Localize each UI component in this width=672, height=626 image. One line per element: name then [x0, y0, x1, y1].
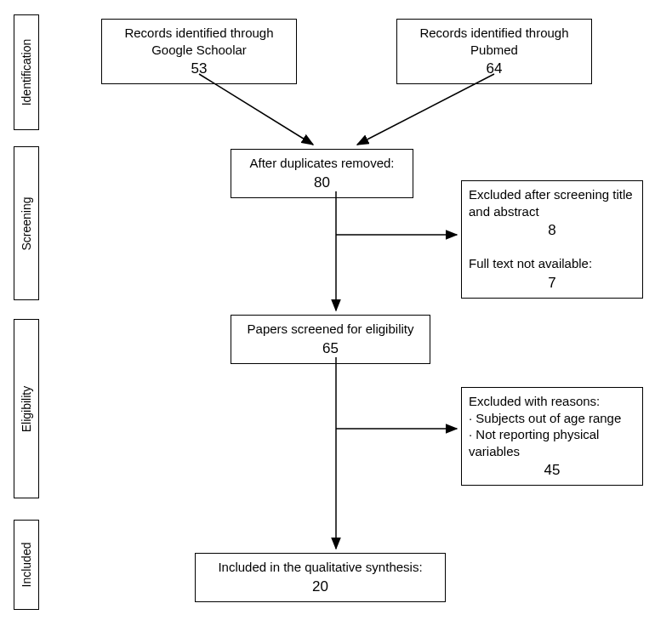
elig-exclude-reason1: · Subjects out of age range: [469, 410, 635, 427]
screen-exclude-label1: Excluded after screening title and abstr…: [469, 186, 635, 219]
screen-exclude-label2: Full text not available:: [469, 255, 635, 272]
svg-line-2: [357, 74, 494, 145]
flow-arrows: [0, 0, 672, 626]
stage-screening: Screening: [14, 146, 39, 300]
box-eligibility-label: Papers screened for eligibility: [238, 321, 423, 338]
elig-exclude-value: 45: [469, 461, 635, 480]
screen-exclude-value1: 8: [469, 221, 635, 240]
box-included: Included in the qualitative synthesis: 2…: [195, 553, 446, 602]
box-eligibility: Papers screened for eligibility 65: [231, 315, 430, 364]
stage-screening-label: Screening: [20, 196, 33, 250]
box-google-value: 53: [109, 60, 289, 78]
stage-identification-label: Identification: [20, 39, 33, 106]
box-eligibility-value: 65: [238, 339, 423, 358]
stage-eligibility-label: Eligibility: [20, 385, 33, 431]
elig-exclude-label: Excluded with reasons:: [469, 393, 635, 410]
stage-included-label: Included: [20, 543, 33, 588]
box-screen-exclude: Excluded after screening title and abstr…: [461, 180, 643, 299]
box-dedup: After duplicates removed: 80: [231, 149, 413, 198]
box-dedup-value: 80: [238, 174, 406, 192]
box-google-label: Records identified through Google School…: [109, 25, 289, 58]
box-included-value: 20: [202, 578, 438, 596]
box-pubmed-label: Records identified through Pubmed: [404, 25, 584, 58]
box-dedup-label: After duplicates removed:: [238, 155, 406, 172]
box-elig-exclude: Excluded with reasons: · Subjects out of…: [461, 387, 643, 486]
stage-included: Included: [14, 520, 39, 610]
box-google: Records identified through Google School…: [101, 19, 297, 84]
screen-exclude-value2: 7: [469, 274, 635, 293]
stage-eligibility: Eligibility: [14, 319, 39, 498]
elig-exclude-reason2: · Not reporting physical variables: [469, 426, 635, 459]
svg-line-1: [199, 74, 313, 145]
box-pubmed-value: 64: [404, 60, 584, 78]
box-pubmed: Records identified through Pubmed 64: [396, 19, 592, 84]
stage-identification: Identification: [14, 14, 39, 130]
box-included-label: Included in the qualitative synthesis:: [202, 559, 438, 576]
